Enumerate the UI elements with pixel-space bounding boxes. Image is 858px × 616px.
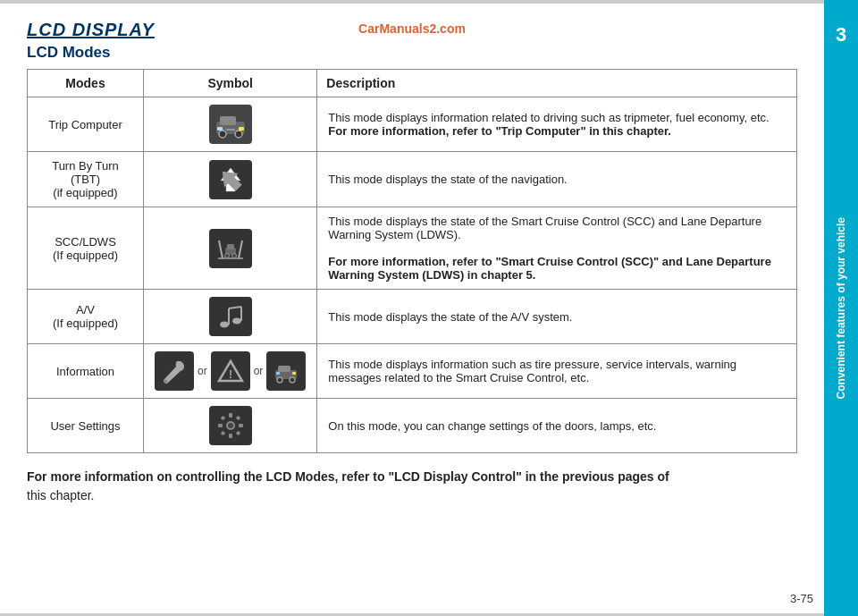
- svg-point-32: [228, 423, 233, 428]
- watermark: CarManuals2.com: [358, 21, 466, 36]
- info-wrench-icon: [155, 351, 194, 391]
- or-text-1: or: [198, 365, 207, 377]
- footer-note: For more information on controlling the …: [27, 468, 797, 505]
- desc-trip-normal: This mode displays information related t…: [328, 111, 769, 124]
- icon-av: [155, 297, 306, 336]
- description-cell-user-settings: On this mode, you can change settings of…: [317, 399, 797, 453]
- table-row: A/V (If equipped): [28, 290, 797, 344]
- footer-normal: this chapter.: [27, 488, 95, 502]
- svg-rect-26: [278, 366, 290, 372]
- svg-point-15: [224, 253, 229, 257]
- svg-point-3: [235, 131, 242, 138]
- col-header-description: Description: [317, 70, 797, 97]
- svg-rect-36: [239, 424, 243, 427]
- svg-point-2: [219, 131, 226, 138]
- svg-point-16: [231, 253, 236, 257]
- trip-computer-icon: [209, 105, 252, 144]
- info-car-icon: [266, 351, 306, 391]
- main-content: LCD DISPLAY CarManuals2.com LCD Modes Mo…: [0, 4, 824, 523]
- svg-rect-29: [276, 372, 280, 375]
- desc-tbt: This mode displays the state of the navi…: [328, 173, 567, 186]
- desc-information: This mode displays information such as t…: [328, 358, 736, 384]
- svg-rect-39: [220, 431, 225, 436]
- svg-rect-6: [226, 129, 235, 131]
- svg-point-28: [290, 377, 295, 383]
- mode-cell-user-settings: User Settings: [28, 399, 144, 453]
- section-title-row: LCD DISPLAY CarManuals2.com: [27, 20, 797, 40]
- svg-line-11: [219, 240, 223, 258]
- svg-point-17: [220, 322, 229, 328]
- svg-point-27: [277, 377, 282, 383]
- mode-cell-scc: SCC/LDWS (If equipped): [28, 207, 144, 290]
- symbol-cell-user-settings: [144, 399, 317, 453]
- icon-user-settings: [155, 406, 306, 445]
- info-warning-icon: !: [211, 351, 250, 391]
- svg-rect-30: [292, 372, 296, 375]
- mode-cell-av: A/V (If equipped): [28, 290, 144, 344]
- description-cell-trip-computer: This mode displays information related t…: [317, 97, 797, 152]
- svg-rect-1: [220, 116, 236, 125]
- svg-rect-5: [239, 127, 244, 131]
- table-row: Turn By Turn (TBT) (if equipped): [28, 152, 797, 207]
- icon-information: or ! or: [155, 351, 306, 391]
- col-header-modes: Modes: [28, 70, 144, 97]
- svg-rect-38: [235, 416, 240, 421]
- mode-cell-trip-computer: Trip Computer: [28, 97, 144, 152]
- footer-bold: For more information on controlling the …: [27, 469, 669, 484]
- symbol-cell-scc: [144, 207, 317, 290]
- svg-line-21: [229, 307, 241, 308]
- mode-cell-information: Information: [28, 344, 144, 399]
- sidebar-label: Convenient features of your vehicle: [834, 217, 849, 399]
- sidebar: 3 Convenient features of your vehicle: [824, 0, 858, 616]
- table-row: User Settings: [28, 399, 797, 453]
- description-cell-av: This mode displays the state of the A/V …: [317, 290, 797, 344]
- svg-point-18: [232, 318, 241, 325]
- table-row: Trip Computer: [28, 97, 797, 152]
- or-text-2: or: [254, 365, 264, 377]
- lcd-modes-subtitle: LCD Modes: [27, 44, 797, 62]
- page-number: 3-75: [790, 592, 813, 605]
- table-row: SCC/LDWS (If equipped): [28, 207, 797, 290]
- svg-line-12: [239, 240, 242, 258]
- svg-rect-37: [220, 416, 225, 421]
- description-cell-information: This mode displays information such as t…: [317, 344, 797, 399]
- col-header-symbol: Symbol: [144, 70, 317, 97]
- description-cell-tbt: This mode displays the state of the navi…: [317, 152, 797, 207]
- desc-scc-normal: This mode displays the state of the Smar…: [328, 215, 761, 241]
- user-settings-icon: [209, 406, 252, 445]
- lcd-modes-table: Modes Symbol Description Trip Computer: [27, 69, 797, 453]
- svg-text:!: !: [229, 368, 232, 381]
- table-row: Information or: [28, 344, 797, 399]
- icon-scc: [155, 229, 306, 268]
- av-icon: [209, 297, 252, 336]
- page-title: LCD DISPLAY: [27, 20, 155, 40]
- mode-cell-tbt: Turn By Turn (TBT) (if equipped): [28, 152, 144, 207]
- icon-tbt: [155, 160, 306, 199]
- table-header-row: Modes Symbol Description: [28, 70, 797, 97]
- icon-trip-computer: [155, 105, 306, 144]
- svg-rect-34: [229, 434, 232, 438]
- sidebar-chapter-number: 3: [824, 16, 858, 54]
- svg-rect-14: [227, 244, 234, 249]
- svg-point-22: [164, 380, 168, 384]
- svg-rect-33: [229, 413, 232, 418]
- symbol-cell-information: or ! or: [144, 344, 317, 399]
- desc-av: This mode displays the state of the A/V …: [328, 310, 572, 324]
- description-cell-scc: This mode displays the state of the Smar…: [317, 207, 797, 290]
- tbt-icon: [209, 160, 252, 199]
- desc-user-settings: On this mode, you can change settings of…: [328, 419, 656, 433]
- svg-rect-35: [218, 424, 223, 427]
- svg-rect-40: [235, 431, 240, 436]
- desc-scc-bold: For more information, refer to "Smart Cr…: [328, 255, 771, 282]
- symbol-cell-av: [144, 290, 317, 344]
- page-wrapper: 3 Convenient features of your vehicle LC…: [0, 0, 858, 616]
- scc-icon: [209, 229, 252, 268]
- desc-trip-bold: For more information, refer to "Trip Com…: [328, 124, 671, 138]
- symbol-cell-trip-computer: [144, 97, 317, 152]
- symbol-cell-tbt: [144, 152, 317, 207]
- svg-rect-4: [217, 127, 223, 131]
